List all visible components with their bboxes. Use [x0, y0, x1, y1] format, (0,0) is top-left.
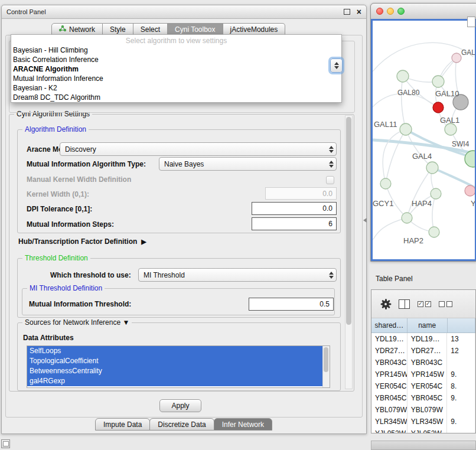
combo-arrows-icon: [326, 158, 336, 170]
kernel-width-field[interactable]: 0.0: [265, 187, 337, 200]
table-row[interactable]: YPR145WYPR145W9.: [371, 369, 475, 380]
algorithm-combobox-arrow-button[interactable]: [330, 58, 343, 73]
network-node-9[interactable]: [431, 188, 441, 199]
tab-style[interactable]: Style: [103, 23, 133, 35]
cell-name: YDL19…: [407, 333, 448, 345]
table-row[interactable]: YDL19…YDL19…13: [371, 333, 475, 345]
node-label-gcy1: GCY1: [373, 199, 393, 208]
float-window-icon[interactable]: [344, 9, 350, 15]
network-node-12[interactable]: [429, 227, 439, 237]
table-row[interactable]: YBL079WYBL079W: [371, 404, 475, 416]
cell-shared-name: YBL079W: [371, 404, 407, 416]
table-row[interactable]: YER054CYER054C8.: [371, 380, 475, 392]
dropdown-item-aracne-algorithm[interactable]: ARACNE Algorithm: [11, 64, 341, 74]
network-node-3[interactable]: [433, 102, 444, 113]
network-node-1[interactable]: [397, 70, 409, 82]
cell-name: YBL079W: [407, 404, 448, 416]
attributes-scrollbar[interactable]: [322, 346, 330, 387]
network-canvas[interactable]: GALGAL80GAL10GAL11GAL1SWI4GAL4GCY1HAP4YH…: [373, 21, 475, 259]
columns-icon[interactable]: [399, 299, 410, 309]
table-row[interactable]: YLR345WYLR345W9.: [371, 416, 475, 428]
which-threshold-value: MI Threshold: [139, 271, 326, 279]
dropdown-item-basic-correlation-inference[interactable]: Basic Correlation Inference: [11, 55, 341, 64]
network-node-8[interactable]: [426, 162, 438, 174]
gear-icon[interactable]: [380, 299, 391, 309]
tab-discretize-data[interactable]: Discretize Data: [149, 418, 214, 431]
mi-threshold-field[interactable]: 0.5: [249, 298, 334, 311]
column-header-shared[interactable]: shared…: [371, 318, 407, 332]
network-node-13[interactable]: [380, 178, 391, 189]
which-threshold-label: Which threshold to use:: [50, 271, 131, 279]
deselect-all-checkboxes-icon[interactable]: [439, 301, 452, 307]
network-window-titlebar[interactable]: [371, 4, 476, 19]
table-row[interactable]: YBR043CYBR043C: [371, 357, 475, 369]
close-traffic-light[interactable]: [376, 8, 383, 15]
table-row[interactable]: YJL052WYJL052W: [371, 428, 475, 433]
select-all-checkboxes-icon[interactable]: [418, 301, 431, 307]
dpi-tolerance-field[interactable]: 0.0: [252, 202, 337, 215]
table-row[interactable]: YBR045CYBR045C9.: [371, 392, 475, 404]
hub-tf-definition-label: Hub/Transcription Factor Definition: [18, 237, 137, 246]
algorithm-dropdown-popup: Select algorithm to view settings Bayesi…: [11, 34, 342, 103]
settings-scrollbar-thumb[interactable]: [346, 117, 351, 325]
hub-tf-definition-toggle[interactable]: Hub/Transcription Factor Definition ▶: [18, 237, 146, 246]
cell-shared-name: YPR145W: [371, 369, 407, 380]
tab-cyni-toolbox[interactable]: Cyni Toolbox: [168, 23, 223, 35]
table-row[interactable]: YDR27…YDR27…12: [371, 345, 475, 357]
attribute-item-betweennesscentrality[interactable]: BetweennessCentrality: [27, 366, 322, 376]
aracne-mode-combobox[interactable]: Discovery: [60, 142, 337, 156]
network-node-6[interactable]: [445, 123, 457, 135]
tab-select[interactable]: Select: [133, 23, 168, 35]
column-header-col3[interactable]: [448, 318, 475, 332]
network-node-2[interactable]: [432, 76, 444, 87]
panel-restore-icon[interactable]: [1, 439, 10, 448]
manual-kernel-width-checkbox[interactable]: [326, 176, 334, 184]
apply-button[interactable]: Apply: [159, 399, 201, 412]
attributes-scrollbar-thumb[interactable]: [324, 347, 328, 372]
mi-algorithm-type-combobox[interactable]: Naive Bayes: [159, 157, 337, 171]
which-threshold-combobox[interactable]: MI Threshold: [138, 268, 337, 282]
mi-threshold-definition-title: MI Threshold Definition: [27, 284, 105, 292]
cell-name: YPR145W: [407, 369, 448, 380]
network-node-5[interactable]: [400, 123, 412, 135]
cell-shared-name: YDL19…: [371, 333, 407, 345]
dropdown-item-mutual-information-inference[interactable]: Mutual Information Inference: [11, 74, 341, 83]
node-label-gal: GAL: [461, 48, 475, 57]
tab-impute-data[interactable]: Impute Data: [95, 418, 150, 431]
tab-network[interactable]: Network: [51, 23, 103, 35]
network-view-window: GALGAL80GAL10GAL11GAL1SWI4GAL4GCY1HAP4YH…: [370, 3, 476, 262]
splitter-collapse-icon[interactable]: [363, 218, 367, 223]
cell-value: [447, 428, 475, 433]
dropdown-item-bayesian-k2[interactable]: Bayesian - K2: [11, 83, 341, 93]
sources-title-text: Sources for Network Inference: [25, 318, 120, 327]
cyni-bottom-tabs: Impute DataDiscretize DataInfer Network: [2, 418, 366, 431]
cell-shared-name: YJL052W: [371, 428, 407, 433]
control-panel-titlebar[interactable]: Control Panel ×: [2, 5, 366, 19]
minimize-traffic-light[interactable]: [387, 8, 394, 15]
attribute-item-topologicalcoefficient[interactable]: TopologicalCoefficient: [27, 356, 322, 366]
mi-steps-field[interactable]: 6: [252, 217, 337, 230]
zoom-traffic-light[interactable]: [397, 8, 405, 15]
mi-threshold-value: 0.5: [319, 300, 330, 308]
attribute-item-gal4rgexp[interactable]: gal4RGexp: [27, 376, 322, 386]
sources-group-title[interactable]: Sources for Network Inference ▼: [22, 318, 132, 327]
tab-infer-network[interactable]: Infer Network: [214, 418, 272, 431]
network-scroll-corner: [467, 17, 475, 27]
node-label-swi4: SWI4: [452, 140, 470, 148]
settings-scrollbar[interactable]: [345, 115, 353, 389]
dropdown-item-bayesian-hill-climbing[interactable]: Bayesian - Hill Climbing: [11, 45, 341, 55]
close-icon[interactable]: ×: [357, 8, 361, 16]
network-node-11[interactable]: [402, 213, 412, 223]
attribute-item-selfloops[interactable]: SelfLoops: [27, 346, 322, 356]
dropdown-item-dream8-dc-tdc-algorithm[interactable]: Dream8 DC_TDC Algorithm: [11, 93, 341, 102]
column-header-name[interactable]: name: [407, 318, 448, 332]
network-tab-icon: [59, 25, 66, 34]
node-label-hap4: HAP4: [412, 199, 432, 208]
tab-label: jActiveModules: [230, 25, 278, 34]
data-attributes-list[interactable]: SelfLoopsTopologicalCoefficientBetweenne…: [27, 345, 330, 388]
network-node-0[interactable]: [452, 53, 461, 63]
control-panel-title: Control Panel: [6, 8, 46, 15]
network-node-10[interactable]: [465, 185, 475, 196]
tab-jactivemodules[interactable]: jActiveModules: [223, 23, 286, 35]
dpi-tolerance-label: DPI Tolerance [0,1]:: [27, 205, 92, 213]
